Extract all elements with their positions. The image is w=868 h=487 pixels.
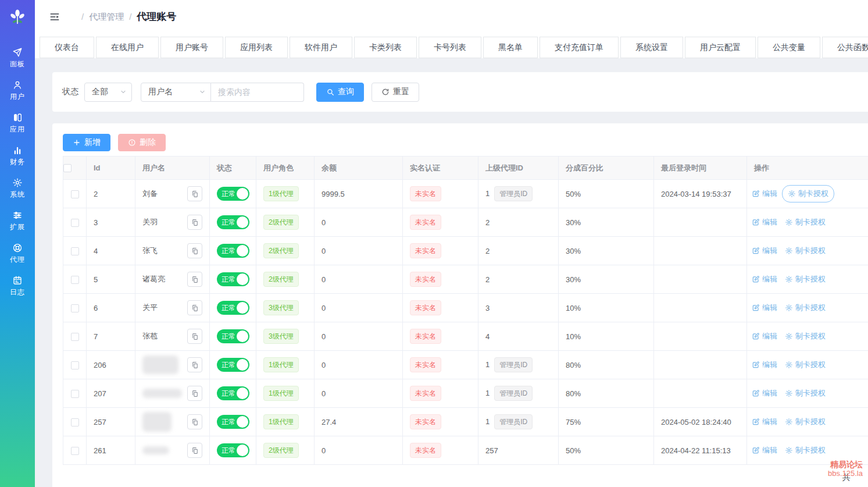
status-toggle[interactable]: 正常 xyxy=(217,329,249,343)
copy-button[interactable] xyxy=(187,300,202,315)
tab-user-accounts[interactable]: 用户账号 xyxy=(160,37,223,58)
status-toggle[interactable]: 正常 xyxy=(217,187,249,201)
tab-bar: 仪表台在线用户用户账号应用列表软件用户卡类列表卡号列表黑名单支付充值订单系统设置… xyxy=(35,33,868,58)
sidebar-item-log[interactable]: 日志 xyxy=(0,270,35,303)
tab-user-cloud-config[interactable]: 用户云配置 xyxy=(685,37,756,58)
edit-link[interactable]: 编辑 xyxy=(752,246,777,256)
status-toggle[interactable]: 正常 xyxy=(217,358,249,372)
sidebar-item-label: 财务 xyxy=(10,157,25,167)
authorize-card-link[interactable]: 制卡授权 xyxy=(785,331,826,342)
edit-link[interactable]: 编辑 xyxy=(752,217,777,227)
authorize-card-link[interactable]: 制卡授权 xyxy=(782,185,834,202)
table-row: 7张苞正常3级代理0未实名410%编辑制卡授权 xyxy=(63,322,868,351)
authorize-card-link[interactable]: 制卡授权 xyxy=(785,445,826,456)
menu-toggle-icon[interactable] xyxy=(49,11,60,23)
status-select[interactable]: 全部 xyxy=(84,83,132,102)
gear-icon xyxy=(785,275,793,283)
authorize-card-link[interactable]: 制卡授权 xyxy=(785,417,826,427)
realname-tag: 未实名 xyxy=(410,186,441,201)
status-toggle[interactable]: 正常 xyxy=(217,272,249,286)
row-checkbox[interactable] xyxy=(71,247,79,255)
row-balance: 0 xyxy=(322,446,326,455)
sidebar-item-panel[interactable]: 面板 xyxy=(0,42,35,74)
copy-button[interactable] xyxy=(187,329,202,344)
copy-button[interactable] xyxy=(187,215,202,230)
row-parent-id: 1 xyxy=(485,360,490,369)
breadcrumb-section[interactable]: 代理管理 xyxy=(89,12,124,23)
tab-card-list[interactable]: 卡号列表 xyxy=(419,37,481,58)
tab-blacklist[interactable]: 黑名单 xyxy=(483,37,538,58)
sidebar-item-label: 面板 xyxy=(10,59,25,69)
sidebar-item-system[interactable]: 系统 xyxy=(0,172,35,205)
tab-system-settings[interactable]: 系统设置 xyxy=(620,37,683,58)
tab-online-users[interactable]: 在线用户 xyxy=(96,37,159,58)
edit-link[interactable]: 编辑 xyxy=(752,388,777,399)
tab-app-list[interactable]: 应用列表 xyxy=(225,37,288,58)
status-toggle[interactable]: 正常 xyxy=(217,415,249,429)
row-checkbox[interactable] xyxy=(71,390,79,398)
search-field-select[interactable]: 用户名 xyxy=(141,83,211,102)
delete-button[interactable]: 删除 xyxy=(118,134,166,151)
row-checkbox[interactable] xyxy=(71,333,79,341)
sidebar-item-user[interactable]: 用户 xyxy=(0,74,35,107)
copy-button[interactable] xyxy=(187,272,202,287)
sidebar-item-extend[interactable]: 扩展 xyxy=(0,205,35,237)
status-toggle[interactable]: 正常 xyxy=(217,386,249,400)
query-button[interactable]: 查询 xyxy=(316,83,364,102)
reset-button[interactable]: 重置 xyxy=(372,83,419,102)
status-toggle[interactable]: 正常 xyxy=(217,244,249,258)
edit-link[interactable]: 编辑 xyxy=(752,360,777,370)
row-checkbox[interactable] xyxy=(71,219,79,227)
authorize-card-link[interactable]: 制卡授权 xyxy=(785,217,826,227)
copy-button[interactable] xyxy=(187,443,202,458)
row-checkbox[interactable] xyxy=(71,276,79,284)
row-checkbox[interactable] xyxy=(71,418,79,426)
copy-button[interactable] xyxy=(187,414,202,429)
status-toggle-label: 正常 xyxy=(222,446,235,456)
sidebar-item-finance[interactable]: 财务 xyxy=(0,140,35,172)
tab-card-types[interactable]: 卡类列表 xyxy=(354,37,417,58)
row-checkbox[interactable] xyxy=(71,361,79,369)
copy-button[interactable] xyxy=(187,186,202,201)
edit-link[interactable]: 编辑 xyxy=(752,331,777,342)
gear-icon xyxy=(785,418,793,426)
table-row: 2刘备正常1级代理9999.5未实名1管理员ID50%2024-03-14 19… xyxy=(63,180,868,208)
status-toggle[interactable]: 正常 xyxy=(217,301,249,315)
copy-button[interactable] xyxy=(187,386,202,401)
tab-software-users[interactable]: 软件用户 xyxy=(290,37,352,58)
copy-button[interactable] xyxy=(187,243,202,258)
authorize-card-link[interactable]: 制卡授权 xyxy=(785,274,826,285)
authorize-card-link[interactable]: 制卡授权 xyxy=(785,360,826,370)
sidebar-item-app[interactable]: 应用 xyxy=(0,107,35,140)
authorize-card-link[interactable]: 制卡授权 xyxy=(785,303,826,313)
admin-id-tag: 管理员ID xyxy=(494,414,533,429)
tab-payment-orders[interactable]: 支付充值订单 xyxy=(540,37,619,58)
authorize-card-link[interactable]: 制卡授权 xyxy=(785,388,826,399)
row-checkbox[interactable] xyxy=(71,304,79,312)
column-header: 余额 xyxy=(315,157,403,180)
edit-link[interactable]: 编辑 xyxy=(752,417,777,427)
search-input[interactable] xyxy=(211,83,304,102)
sidebar-item-agent[interactable]: 代理 xyxy=(0,237,35,270)
edit-link-label: 编辑 xyxy=(762,246,777,256)
status-toggle[interactable]: 正常 xyxy=(217,443,249,457)
tab-public-vars[interactable]: 公共变量 xyxy=(758,37,820,58)
refresh-icon xyxy=(381,88,390,96)
tab-dashboard[interactable]: 仪表台 xyxy=(40,37,94,58)
app-logo[interactable] xyxy=(0,0,35,36)
add-button[interactable]: 新增 xyxy=(63,134,110,151)
edit-link-label: 编辑 xyxy=(762,303,777,313)
edit-link[interactable]: 编辑 xyxy=(752,445,777,456)
row-checkbox[interactable] xyxy=(71,190,79,198)
select-all-checkbox[interactable] xyxy=(63,164,72,172)
edit-link[interactable]: 编辑 xyxy=(752,274,777,285)
authorize-card-link[interactable]: 制卡授权 xyxy=(785,246,826,256)
row-checkbox[interactable] xyxy=(71,447,79,455)
status-toggle[interactable]: 正常 xyxy=(217,215,249,229)
copy-button[interactable] xyxy=(187,357,202,372)
watermark: 精易论坛 bbs.125.la xyxy=(828,460,863,478)
edit-link[interactable]: 编辑 xyxy=(752,189,777,199)
tab-public-functions[interactable]: 公共函数 xyxy=(822,37,868,58)
row-parent-id: 1 xyxy=(485,389,490,397)
edit-link[interactable]: 编辑 xyxy=(752,303,777,313)
